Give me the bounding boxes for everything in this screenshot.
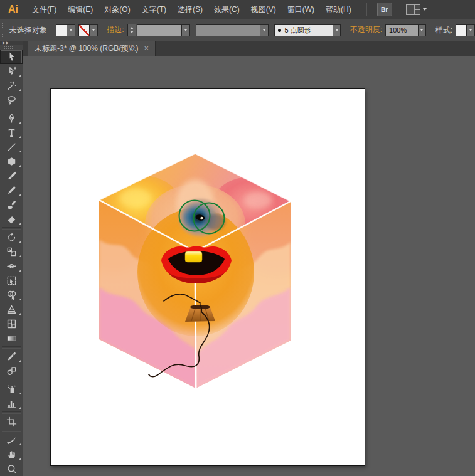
brush-preview-dot-icon <box>278 29 281 32</box>
opacity-dropdown[interactable] <box>419 24 427 36</box>
scale-icon <box>6 246 17 257</box>
tool-pen[interactable] <box>0 111 23 125</box>
stroke-color-swatch[interactable] <box>78 24 90 36</box>
tool-perspective-grid[interactable] <box>0 302 23 317</box>
fill-color-dropdown[interactable] <box>67 24 75 36</box>
style-dropdown[interactable] <box>467 24 475 36</box>
tools-separator <box>2 411 21 414</box>
polygon-shape-icon <box>6 156 17 167</box>
tool-paintbrush[interactable] <box>0 169 23 183</box>
tool-blob-brush[interactable] <box>0 198 23 212</box>
tool-zoom[interactable] <box>0 462 23 476</box>
tool-pencil[interactable] <box>0 183 23 198</box>
tool-shape-builder[interactable] <box>0 288 23 302</box>
tool-rotate[interactable] <box>0 230 23 245</box>
brush-definition-value: 5 点圆形 <box>284 26 311 35</box>
eraser-icon <box>6 214 17 225</box>
tab-close-icon[interactable]: × <box>144 45 149 52</box>
tool-selection[interactable] <box>0 50 23 64</box>
chevron-down-icon <box>423 8 427 11</box>
control-bar-grip[interactable] <box>1 23 6 38</box>
tools-panel-grip[interactable] <box>4 46 19 49</box>
menu-edit[interactable]: 编辑(E) <box>62 0 99 19</box>
workspace-layout-icon <box>406 4 420 15</box>
line-segment-icon <box>6 142 17 152</box>
tool-magic-wand[interactable] <box>0 78 23 93</box>
tools-separator <box>2 379 21 381</box>
pencil-icon <box>6 185 17 196</box>
fill-color-swatch[interactable] <box>56 24 67 36</box>
menu-file[interactable]: 文件(F) <box>26 0 62 19</box>
selection-status: 未选择对象 <box>9 25 47 36</box>
gradient-icon <box>6 333 17 344</box>
stepper-down-icon <box>130 31 134 33</box>
variable-width-profile-dropdown[interactable] <box>260 24 269 36</box>
workspace-switcher-button[interactable] <box>406 4 427 15</box>
stroke-color-dropdown[interactable] <box>90 24 98 36</box>
tool-symbol-sprayer[interactable] <box>0 382 23 396</box>
tool-slice[interactable] <box>0 433 23 447</box>
menu-type[interactable]: 文字(T) <box>136 0 172 19</box>
document-tab-bar: 未标题-3* @ 100% (RGB/预览) × <box>23 40 475 56</box>
slice-knife-icon <box>6 435 17 445</box>
shape-builder-icon <box>6 290 17 300</box>
document-tab-title: 未标题-3* @ 100% (RGB/预览) <box>35 43 139 54</box>
tool-direct-selection[interactable] <box>0 64 23 78</box>
stroke-weight-field[interactable] <box>137 24 182 36</box>
tool-scale[interactable] <box>0 245 23 259</box>
menu-view[interactable]: 视图(V) <box>245 0 282 19</box>
brush-definition-field[interactable]: 5 点圆形 <box>274 24 333 36</box>
eye-glint <box>200 217 203 219</box>
free-transform-icon <box>6 275 17 286</box>
menu-effect[interactable]: 效果(C) <box>208 0 245 19</box>
document-tab[interactable]: 未标题-3* @ 100% (RGB/预览) × <box>28 40 156 56</box>
tool-blend[interactable] <box>0 364 23 378</box>
tool-eraser[interactable] <box>0 212 23 226</box>
type-tool-icon <box>6 127 17 138</box>
app-logo-icon: Ai <box>0 4 26 15</box>
tools-panel: ▶▶ <box>0 40 23 476</box>
tool-width[interactable] <box>0 259 23 273</box>
tools-separator <box>2 346 21 349</box>
stroke-weight-dropdown[interactable] <box>182 24 190 36</box>
tool-gradient[interactable] <box>0 331 23 346</box>
tool-line-segment[interactable] <box>0 140 23 154</box>
menu-bar: Ai 文件(F) 编辑(E) 对象(O) 文字(T) 选择(S) 效果(C) 视… <box>0 0 475 19</box>
menu-object[interactable]: 对象(O) <box>99 0 136 19</box>
menubar-divider <box>366 3 367 16</box>
brush-definition-dropdown[interactable] <box>333 24 341 36</box>
tool-column-graph[interactable] <box>0 396 23 411</box>
stroke-weight-stepper[interactable] <box>127 24 136 36</box>
mesh-icon <box>6 319 17 329</box>
selection-arrow-icon <box>6 51 17 62</box>
tool-lasso[interactable] <box>0 93 23 107</box>
bridge-button[interactable]: Br <box>377 3 392 16</box>
style-swatch[interactable] <box>456 24 467 36</box>
tool-hand[interactable] <box>0 447 23 462</box>
tool-artboard[interactable] <box>0 415 23 429</box>
tool-free-transform[interactable] <box>0 273 23 288</box>
tooth <box>185 251 202 262</box>
tools-separator <box>2 430 21 432</box>
tool-type[interactable] <box>0 125 23 140</box>
document-canvas[interactable] <box>23 56 475 476</box>
artwork-cube-balloon <box>51 89 365 465</box>
tool-eyedropper[interactable] <box>0 349 23 364</box>
symbol-sprayer-icon <box>6 384 17 394</box>
menu-window[interactable]: 窗口(W) <box>282 0 320 19</box>
opacity-field[interactable]: 100% <box>385 24 419 36</box>
variable-width-profile-field[interactable] <box>196 24 260 36</box>
tool-mesh[interactable] <box>0 317 23 331</box>
magic-wand-icon <box>6 80 17 91</box>
column-graph-icon <box>6 398 17 409</box>
illustrator-window: Ai 文件(F) 编辑(E) 对象(O) 文字(T) 选择(S) 效果(C) 视… <box>0 0 475 476</box>
menu-select[interactable]: 选择(S) <box>172 0 208 19</box>
tool-shape[interactable] <box>0 154 23 169</box>
menu-help[interactable]: 帮助(H) <box>320 0 357 19</box>
perspective-grid-icon <box>6 304 17 315</box>
pen-icon <box>6 113 17 124</box>
artboard <box>50 88 365 466</box>
opacity-panel-link[interactable]: 不透明度: <box>350 26 382 34</box>
eyedropper-icon <box>6 351 17 362</box>
stroke-panel-link[interactable]: 描边: <box>107 26 124 34</box>
